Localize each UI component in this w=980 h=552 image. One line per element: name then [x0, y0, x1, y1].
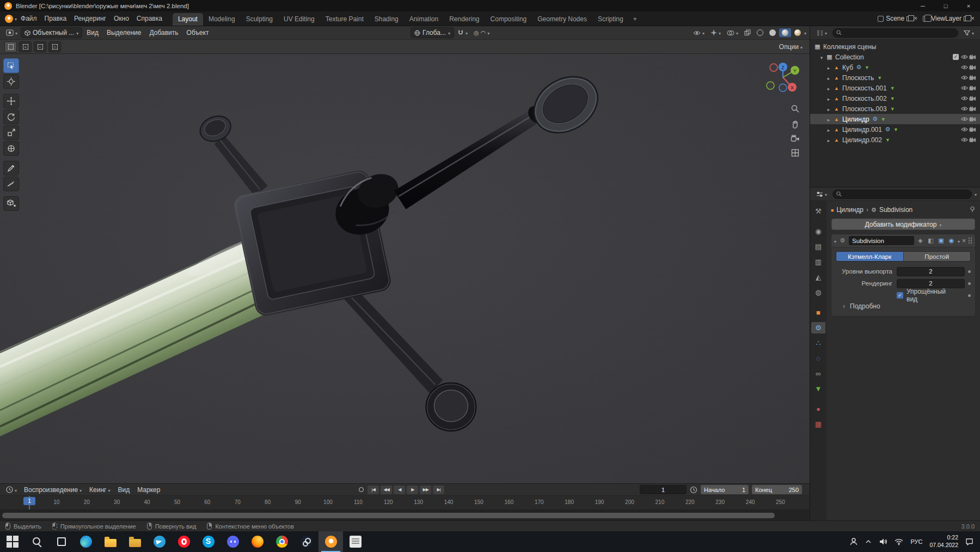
modifier-extras-chevron-icon[interactable]	[958, 237, 960, 245]
timeline-editor-type-button[interactable]	[3, 485, 20, 495]
outliner-object-row[interactable]: Плоскость	[810, 72, 980, 83]
animate-dot-icon[interactable]	[968, 270, 971, 273]
workspace-tab[interactable]: Sculpting	[241, 13, 278, 26]
collection-checkbox[interactable]	[953, 54, 959, 60]
shading-solid-button[interactable]	[767, 28, 779, 37]
timeline-ruler[interactable]: 1020304050607080901001101201301401501601…	[0, 496, 810, 510]
properties-tab-texture[interactable]	[811, 418, 825, 430]
select-box-tool[interactable]	[3, 58, 19, 73]
viewport-menu[interactable]: Вид	[83, 26, 102, 39]
taskbar-app-explorer[interactable]	[98, 531, 122, 552]
delete-view-layer-icon[interactable]	[971, 15, 975, 22]
properties-tab-object[interactable]	[811, 307, 825, 318]
jump-to-start-button[interactable]: |◀	[367, 486, 379, 494]
viewport-menu[interactable]: Добавить	[146, 26, 182, 39]
optimal-display-checkbox[interactable]	[897, 292, 903, 299]
topbar-menu[interactable]: Справка	[133, 11, 166, 26]
outliner-object-row[interactable]: Цилиндр.002	[810, 135, 980, 145]
mode-dropdown[interactable]: Объектный ...	[21, 27, 82, 38]
hide-eye-icon[interactable]	[960, 117, 969, 122]
animate-dot-icon[interactable]	[968, 282, 971, 285]
properties-tab-physics[interactable]	[811, 353, 825, 364]
timeline-scrollbar[interactable]	[0, 510, 810, 520]
taskbar-app-taskview[interactable]	[49, 531, 74, 552]
tray-chevron-icon[interactable]	[865, 539, 872, 544]
minimize-button[interactable]: ─	[911, 0, 934, 11]
taskbar-app-edge[interactable]	[74, 531, 98, 552]
object-name[interactable]: Плоскость	[841, 74, 875, 82]
collection-name[interactable]: Collection	[834, 53, 866, 61]
properties-tab-particles[interactable]	[811, 337, 825, 349]
cursor-tool[interactable]	[3, 74, 19, 89]
add-cube-tool[interactable]	[3, 196, 19, 211]
frame-end-field[interactable]: Конец 250	[752, 485, 802, 494]
workspace-tab[interactable]: Rendering	[444, 13, 485, 26]
workspace-tab[interactable]: Animation	[404, 13, 444, 26]
zoom-icon[interactable]	[791, 104, 800, 113]
properties-search[interactable]	[832, 190, 972, 199]
taskbar-app-telegram[interactable]	[147, 531, 171, 552]
expand-icon[interactable]	[825, 64, 832, 71]
rotate-tool[interactable]	[3, 110, 19, 124]
render-camera-icon[interactable]	[969, 137, 977, 143]
render-camera-icon[interactable]	[969, 75, 977, 81]
ortho-grid-icon[interactable]	[791, 148, 800, 157]
realtime-toggle-icon[interactable]: ▣	[937, 237, 945, 244]
select-mode-extend-button[interactable]: +	[19, 41, 32, 52]
object-name[interactable]: Цилиндр	[841, 116, 871, 123]
3d-viewport[interactable]: Z Y X	[0, 54, 810, 483]
outliner-search-input[interactable]	[844, 29, 954, 36]
properties-tab-material[interactable]	[811, 403, 825, 415]
play-reverse-button[interactable]: ◀	[394, 486, 405, 494]
animate-dot-icon[interactable]	[968, 294, 971, 297]
outliner-object-row[interactable]: Цилиндр	[810, 114, 980, 124]
taskbar-app-skype[interactable]	[196, 531, 220, 552]
render-levels-field[interactable]: 2	[897, 279, 965, 288]
taskbar-app-notepad[interactable]	[343, 531, 367, 552]
close-button[interactable]: ×	[957, 0, 980, 11]
transform-orientation-dropdown[interactable]: Глоба...	[411, 27, 454, 38]
outliner-object-row[interactable]: Плоскость.002	[810, 93, 980, 104]
render-camera-icon[interactable]	[969, 117, 977, 122]
overlays-toggle[interactable]	[724, 28, 741, 38]
object-name[interactable]: Куб	[841, 64, 855, 71]
object-visibility-dropdown[interactable]	[690, 28, 707, 38]
taskbar-app-steam[interactable]	[294, 531, 318, 552]
properties-editor-type-button[interactable]	[813, 189, 830, 199]
expand-icon[interactable]	[825, 74, 832, 82]
scene-collection-name[interactable]: Коллекция сцены	[822, 43, 878, 51]
scrollbar-handle[interactable]	[2, 513, 775, 518]
taskbar-app-opera[interactable]	[171, 531, 196, 552]
delete-modifier-icon[interactable]	[962, 237, 966, 245]
outliner-object-row[interactable]: Плоскость.001	[810, 83, 980, 93]
timeline-menu[interactable]: Маркер	[134, 486, 163, 494]
taskbar-app-firefox[interactable]	[245, 531, 270, 552]
navigation-gizmo[interactable]: Z Y X	[763, 57, 803, 98]
snap-toggle[interactable]	[455, 28, 470, 38]
render-camera-icon[interactable]	[969, 65, 977, 70]
view-layer-selector[interactable]: ViewLayer	[923, 15, 975, 22]
properties-tab-render[interactable]	[811, 226, 825, 237]
select-mode-subtract-button[interactable]: −	[34, 41, 46, 52]
shading-material-button[interactable]	[779, 28, 791, 37]
hide-eye-icon[interactable]	[960, 106, 969, 111]
measure-tool[interactable]	[3, 177, 19, 191]
pin-icon[interactable]	[969, 206, 976, 214]
play-button[interactable]: ▶	[407, 486, 418, 494]
modifier-name-field[interactable]: Subdivision	[849, 236, 914, 245]
scene-selector[interactable]: Scene	[878, 15, 917, 22]
topbar-menu[interactable]: Файл	[17, 11, 41, 26]
playhead-badge[interactable]: 1	[23, 497, 35, 505]
object-name[interactable]: Плоскость.002	[841, 95, 889, 102]
render-camera-icon[interactable]	[969, 127, 977, 132]
hide-eye-icon[interactable]	[960, 75, 969, 80]
expand-icon[interactable]	[825, 105, 832, 113]
preview-range-clock-icon[interactable]	[690, 486, 697, 494]
collection-hide-eye-icon[interactable]	[960, 54, 969, 59]
render-camera-icon[interactable]	[969, 106, 977, 112]
render-toggle-icon[interactable]: ◉	[947, 237, 955, 244]
shading-chevron-icon[interactable]	[804, 29, 806, 37]
scale-tool[interactable]	[3, 125, 19, 140]
hide-eye-icon[interactable]	[960, 96, 969, 101]
blender-menu-icon[interactable]	[5, 15, 13, 23]
